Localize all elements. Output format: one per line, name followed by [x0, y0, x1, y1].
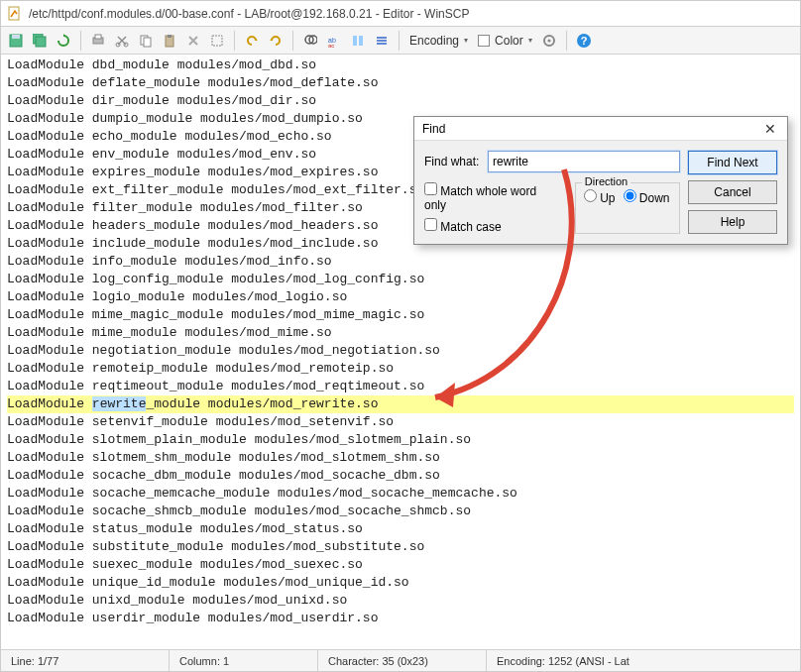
svg-rect-12: [168, 35, 172, 38]
editor-line[interactable]: LoadModule socache_memcache_module modul…: [7, 485, 794, 503]
find-dialog-title: Find: [422, 122, 445, 136]
svg-rect-10: [144, 38, 151, 47]
match-whole-word-checkbox[interactable]: Match whole word only: [424, 182, 553, 212]
find-next-button[interactable]: Find Next: [688, 151, 777, 174]
svg-rect-4: [36, 37, 46, 47]
find-icon[interactable]: [299, 30, 321, 52]
goto-icon[interactable]: [371, 30, 393, 52]
direction-group: Direction Up Down: [575, 182, 680, 234]
color-swatch-icon: [478, 35, 490, 47]
editor-line[interactable]: LoadModule log_config_module modules/mod…: [7, 271, 794, 288]
find-next-icon[interactable]: [347, 30, 369, 52]
help-icon[interactable]: ?: [573, 30, 595, 52]
find-dialog-titlebar[interactable]: Find ✕: [414, 117, 787, 141]
editor-line[interactable]: LoadModule unique_id_module modules/mod_…: [7, 574, 794, 592]
editor-line[interactable]: LoadModule mime_magic_module modules/mod…: [7, 306, 794, 324]
direction-down-radio[interactable]: Down: [624, 189, 670, 205]
copy-icon[interactable]: [135, 30, 157, 52]
redo-icon[interactable]: [265, 30, 286, 52]
editor-line[interactable]: LoadModule deflate_module modules/mod_de…: [7, 74, 794, 92]
window-titlebar: /etc/httpd/conf.modules.d/00-base.conf -…: [1, 1, 800, 27]
direction-label: Direction: [582, 175, 630, 187]
editor-line[interactable]: LoadModule dbd_module modules/mod_dbd.so: [7, 56, 794, 74]
separator: [399, 31, 400, 51]
app-icon: [7, 6, 23, 22]
encoding-dropdown[interactable]: Encoding: [405, 34, 472, 48]
editor-line[interactable]: LoadModule negotiation_module modules/mo…: [7, 342, 794, 360]
toolbar: abac Encoding Color ?: [1, 27, 800, 55]
save-all-icon[interactable]: [29, 30, 51, 52]
encoding-label: Encoding: [409, 34, 459, 48]
editor-line[interactable]: LoadModule setenvif_module modules/mod_s…: [7, 413, 794, 431]
undo-icon[interactable]: [241, 30, 263, 52]
svg-text:ac: ac: [328, 43, 334, 48]
statusbar: Line: 1/77 Column: 1 Character: 35 (0x23…: [1, 649, 800, 671]
editor-line[interactable]: LoadModule dir_module modules/mod_dir.so: [7, 92, 794, 110]
replace-icon[interactable]: abac: [323, 30, 345, 52]
separator: [292, 31, 293, 51]
editor-line[interactable]: LoadModule logio_module modules/mod_logi…: [7, 288, 794, 306]
editor-line[interactable]: LoadModule reqtimeout_module modules/mod…: [7, 378, 794, 395]
editor-line[interactable]: LoadModule socache_shmcb_module modules/…: [7, 503, 794, 520]
editor-line[interactable]: LoadModule slotmem_plain_module modules/…: [7, 431, 794, 449]
select-all-icon[interactable]: [206, 30, 228, 52]
cut-icon[interactable]: [111, 30, 133, 52]
svg-rect-18: [353, 36, 357, 46]
color-dropdown[interactable]: Color: [474, 34, 536, 48]
editor-line[interactable]: LoadModule substitute_module modules/mod…: [7, 538, 794, 556]
editor-line[interactable]: LoadModule rewrite_module modules/mod_re…: [7, 395, 794, 413]
editor-line[interactable]: LoadModule userdir_module modules/mod_us…: [7, 610, 794, 627]
window-title: /etc/httpd/conf.modules.d/00-base.conf -…: [29, 7, 469, 21]
paste-icon[interactable]: [159, 30, 180, 52]
direction-up-radio[interactable]: Up: [584, 189, 616, 205]
editor-line[interactable]: LoadModule status_module modules/mod_sta…: [7, 520, 794, 538]
editor-line[interactable]: LoadModule slotmem_shm_module modules/mo…: [7, 449, 794, 467]
separator: [234, 31, 235, 51]
separator: [566, 31, 567, 51]
preferences-icon[interactable]: [538, 30, 560, 52]
svg-rect-6: [95, 35, 101, 39]
separator: [80, 31, 81, 51]
close-icon[interactable]: ✕: [761, 120, 779, 138]
save-icon[interactable]: [5, 30, 27, 52]
status-encoding: Encoding: 1252 (ANSI - Lat: [487, 650, 800, 671]
svg-rect-2: [12, 35, 20, 39]
delete-icon[interactable]: [182, 30, 204, 52]
svg-text:?: ?: [580, 35, 587, 47]
help-button[interactable]: Help: [688, 210, 777, 234]
match-case-checkbox[interactable]: Match case: [424, 218, 553, 234]
status-column: Column: 1: [170, 650, 318, 671]
print-icon[interactable]: [87, 30, 109, 52]
svg-point-21: [547, 39, 550, 42]
status-line: Line: 1/77: [1, 650, 170, 671]
editor-line[interactable]: LoadModule remoteip_module modules/mod_r…: [7, 360, 794, 378]
editor-line[interactable]: LoadModule info_module modules/mod_info.…: [7, 253, 794, 271]
editor-line[interactable]: LoadModule mime_module modules/mod_mime.…: [7, 324, 794, 342]
find-what-input[interactable]: [488, 151, 680, 172]
status-character: Character: 35 (0x23): [318, 650, 487, 671]
svg-rect-19: [359, 36, 363, 46]
find-what-label: Find what:: [424, 155, 482, 168]
editor-line[interactable]: LoadModule unixd_module modules/mod_unix…: [7, 592, 794, 610]
cancel-button[interactable]: Cancel: [688, 180, 777, 204]
svg-rect-13: [212, 36, 222, 46]
editor-line[interactable]: LoadModule suexec_module modules/mod_sue…: [7, 556, 794, 574]
reload-icon[interactable]: [53, 30, 74, 52]
color-label: Color: [495, 34, 523, 48]
find-dialog: Find ✕ Find what: Match whole word only …: [413, 116, 788, 245]
editor-line[interactable]: LoadModule socache_dbm_module modules/mo…: [7, 467, 794, 485]
